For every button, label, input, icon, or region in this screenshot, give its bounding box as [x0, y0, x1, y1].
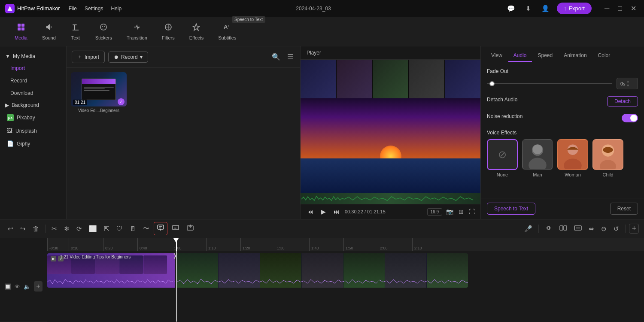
text-label: Text — [71, 35, 80, 40]
minimize-button[interactable]: ─ — [602, 3, 612, 13]
caption-button[interactable]: cc — [169, 222, 182, 235]
toolbar-subtitles[interactable]: A+ Subtitles — [212, 19, 242, 44]
timeline-toolbar: ↩ ↪ 🗑 ✂ ❄ ⟳ ⬜ ⇱ 🛡 🎚 〜 Speech to Text cc … — [0, 219, 644, 238]
media-search-button[interactable]: 🔍 — [270, 51, 282, 63]
tab-animation[interactable]: Animation — [559, 50, 592, 62]
message-icon-btn[interactable]: 💬 — [505, 3, 517, 15]
aspect-ratio-button[interactable]: 16:9 — [427, 208, 442, 216]
sidebar-item-import[interactable]: Import — [2, 62, 64, 74]
media-checkmark-icon: ✓ — [118, 98, 125, 105]
minus-zoom-button[interactable]: ⊖ — [598, 223, 609, 234]
import-button[interactable]: ＋ Import — [72, 51, 105, 63]
tab-color[interactable]: Color — [593, 50, 616, 62]
mic-button[interactable]: 🎤 — [522, 223, 535, 234]
record-button[interactable]: ⏺ Record ▾ — [108, 52, 148, 63]
sidebar-item-record[interactable]: Record — [2, 75, 64, 87]
skip-forward-button[interactable]: ⏭ — [331, 207, 342, 216]
sidebar-item-background[interactable]: ▶ Background — [0, 100, 66, 111]
split-button[interactable] — [557, 223, 570, 234]
export-button[interactable]: ↑ Export — [557, 3, 592, 14]
shield-button[interactable]: 🛡 — [114, 223, 125, 234]
toolbar-transition[interactable]: Transition — [121, 19, 153, 44]
download-icon-btn[interactable]: ⬇ — [522, 3, 535, 15]
voice-effect-child[interactable]: Child — [592, 139, 623, 177]
timeline-ruler: -0:30 0:10 0:20 0:40 1:00 1:10 1:20 1:30… — [47, 238, 644, 251]
voice-effect-man[interactable]: Man — [522, 139, 553, 177]
freeze-button[interactable]: ❄ — [61, 223, 72, 234]
delete-button[interactable]: 🗑 — [30, 223, 42, 234]
fade-out-slider[interactable] — [487, 83, 612, 84]
close-button[interactable]: ✕ — [628, 3, 639, 13]
crop-button-tl[interactable]: ⬜ — [86, 223, 100, 234]
track-eye-icon[interactable]: 👁 — [15, 283, 20, 290]
voice-effects-grid: ⊘ None — [487, 139, 638, 177]
undo-button[interactable]: ↩ — [5, 223, 16, 234]
tab-audio[interactable]: Audio — [508, 50, 532, 62]
toolbar-text[interactable]: T Text — [64, 19, 87, 44]
ruler-mark: 0:10 — [69, 238, 103, 251]
link-button[interactable] — [542, 223, 555, 234]
crop-circle-button[interactable]: ⟳ — [74, 223, 85, 234]
timeline-main[interactable]: -0:30 0:10 0:20 0:40 1:00 1:10 1:20 1:30… — [47, 238, 644, 322]
remove-gap-button[interactable]: ⇔ — [586, 223, 597, 234]
player-viewport[interactable] — [301, 60, 480, 204]
sidebar-item-pixabay[interactable]: px Pixabay — [2, 111, 64, 124]
cut-button[interactable]: ✂ — [49, 223, 60, 234]
menu-settings[interactable]: Settings — [85, 6, 103, 12]
fill-button[interactable] — [571, 223, 584, 234]
add-track-button[interactable]: + — [629, 224, 639, 234]
toolbar-media[interactable]: Media — [9, 19, 33, 44]
play-button[interactable]: ▶ — [319, 207, 328, 216]
undo2-button[interactable]: ↺ — [611, 223, 622, 234]
media-duration: 01:21 — [73, 100, 87, 105]
screenshot-button[interactable]: 📷 — [445, 207, 455, 216]
crop-button[interactable]: ⊞ — [457, 207, 465, 216]
add-sub-track-button[interactable]: + — [34, 281, 43, 292]
fullscreen-button[interactable]: ⛶ — [468, 207, 476, 216]
track-lock-icon[interactable]: 🔲 — [4, 283, 11, 290]
track-mute-icon[interactable]: 🔈 — [24, 283, 30, 290]
man-avatar-svg — [523, 139, 552, 170]
noise-reduction-toggle[interactable] — [622, 114, 638, 122]
fade-out-value[interactable]: 0s ▲▼ — [617, 78, 638, 89]
video-track[interactable]: ▶ ♪ — [47, 251, 644, 290]
sidebar-item-giphy[interactable]: 📄 Giphy — [2, 137, 64, 150]
speech-to-text-button[interactable]: Speech to Text — [487, 203, 535, 215]
toolbar-stickers[interactable]: Stickers — [89, 19, 118, 44]
video-clip-right[interactable] — [177, 253, 468, 288]
my-media-section[interactable]: ▼ My Media — [0, 51, 66, 62]
svg-rect-1 — [18, 24, 21, 27]
speech-to-text-tl-button[interactable] — [154, 222, 167, 235]
reset-button[interactable]: Reset — [610, 203, 638, 215]
media-grid-button[interactable]: ☰ — [286, 51, 295, 63]
media-item[interactable]: 01:21 ✓ Video Edi...Beginners — [71, 72, 127, 113]
svg-point-8 — [104, 26, 105, 27]
tab-speed[interactable]: Speed — [533, 50, 558, 62]
menu-file[interactable]: File — [69, 6, 77, 12]
scale-button[interactable]: ⇱ — [101, 223, 112, 234]
wave-button[interactable]: 〜 — [140, 223, 152, 234]
skip-back-button[interactable]: ⏮ — [305, 207, 316, 216]
timeline-left-controls: 🔲 👁 🔈 + — [0, 238, 47, 322]
fill-icon — [574, 225, 582, 231]
toolbar-filters[interactable]: Filters — [156, 19, 181, 44]
tab-view[interactable]: View — [486, 50, 507, 62]
filmstrip-thumb-5 — [445, 60, 480, 98]
toolbar-effects[interactable]: Effects — [183, 19, 210, 44]
menu-help[interactable]: Help — [111, 6, 122, 12]
detach-audio-row: Detach Audio Detach — [487, 96, 638, 106]
toolbar-sound[interactable]: Sound — [36, 19, 62, 44]
detach-button[interactable]: Detach — [607, 96, 638, 106]
export-tl-button[interactable] — [184, 222, 197, 235]
sound-icon — [45, 23, 53, 33]
sidebar-item-download[interactable]: Download — [2, 87, 64, 99]
ruler-mark: 1:10 — [206, 238, 240, 251]
maximize-button[interactable]: □ — [615, 3, 625, 13]
account-icon-btn[interactable]: 👤 — [540, 3, 552, 15]
sidebar-item-unsplash[interactable]: 🖼 Unsplash — [2, 125, 64, 137]
fade-out-row: 0s ▲▼ — [487, 78, 638, 89]
voice-effect-woman[interactable]: Woman — [557, 139, 588, 177]
redo-button[interactable]: ↪ — [18, 223, 28, 234]
voice-effect-none[interactable]: ⊘ None — [487, 139, 518, 177]
audio-split-button[interactable]: 🎚 — [127, 223, 139, 234]
